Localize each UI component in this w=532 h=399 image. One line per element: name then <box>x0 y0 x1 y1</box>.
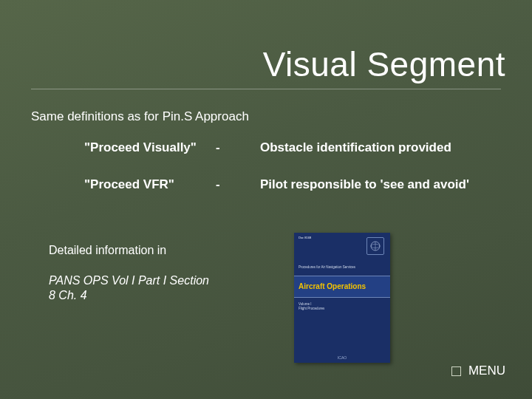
detailed-info-label: Detailed information in <box>49 244 166 257</box>
definition-term: "Proceed Visually" <box>31 140 216 155</box>
slide-title: Visual Segment <box>263 44 505 84</box>
book-cover-image: Doc 8168 Procedures for Air Navigation S… <box>294 233 390 363</box>
icao-logo-icon <box>366 237 384 255</box>
definition-desc: Pilot responsible to 'see and avoid' <box>260 177 505 192</box>
definition-desc: Obstacle identification provided <box>260 140 505 155</box>
menu-button[interactable]: MENU <box>451 364 505 378</box>
definition-row: "Proceed Visually" - Obstacle identifica… <box>31 140 505 155</box>
book-pretitle: Procedures for Air Navigation Services <box>294 262 390 271</box>
definition-separator: - <box>216 140 260 155</box>
book-doc-number: Doc 8168 <box>299 236 311 239</box>
title-underline <box>31 89 501 89</box>
checkbox-icon <box>451 366 461 376</box>
book-footer: ICAO <box>294 355 390 360</box>
definition-separator: - <box>216 177 260 192</box>
book-title: Aircraft Operations <box>299 282 366 290</box>
reference-text: PANS OPS Vol I Part I Section 8 Ch. 4 <box>49 273 211 303</box>
intro-text: Same definitions as for Pin.S Approach <box>31 109 249 124</box>
definition-term: "Proceed VFR" <box>31 177 216 192</box>
book-sub2: Flight Procedures <box>299 307 386 311</box>
menu-label: MENU <box>468 364 505 378</box>
definition-row: "Proceed VFR" - Pilot responsible to 'se… <box>31 177 505 192</box>
